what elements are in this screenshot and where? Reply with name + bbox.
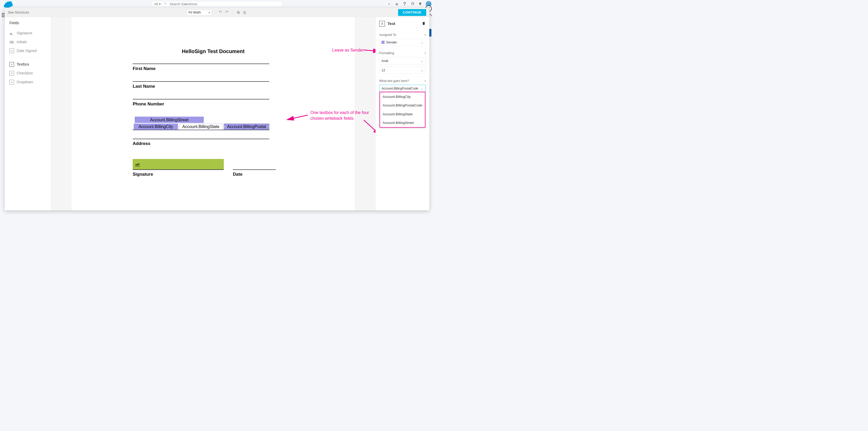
document-title: HelloSign Test Document (133, 49, 294, 54)
arrow-icon (286, 114, 309, 122)
field-checkbox[interactable]: Checkbox (7, 69, 49, 78)
header-utility-icons: ★ ＋ ? (386, 1, 431, 7)
textbox-field-city[interactable]: Account.BillingCity (134, 124, 178, 130)
label-phone: Phone Number (133, 101, 294, 106)
font-size-select[interactable]: 12 ⌄ (379, 66, 426, 74)
svg-point-0 (164, 3, 166, 4)
editor-modal: ✕ See Shortcuts Fit Width C (5, 8, 429, 210)
dropdown-option[interactable]: Account.BillingCity (380, 92, 425, 101)
field-textbox[interactable]: I Textbox (7, 60, 49, 69)
label-first-name: First Name (133, 66, 294, 71)
chevron-down-icon: ⌄ (421, 86, 423, 91)
what-text-value: Account.BillingPostalCode (382, 87, 418, 90)
chevron-down-icon: ⌄ (421, 59, 424, 63)
redo-icon[interactable] (224, 10, 229, 15)
signature-icon (9, 31, 14, 35)
svg-line-11 (364, 50, 375, 51)
field-initials[interactable]: HS Initials (7, 37, 49, 46)
font-size-value: 12 (381, 68, 385, 72)
what-text-select[interactable]: Account.BillingPostalCode ⌄ Account.Bill… (379, 85, 426, 92)
signature-script-icon (135, 162, 142, 167)
field-label: Initials (17, 40, 27, 44)
search-icon (163, 2, 168, 6)
undo-icon[interactable] (218, 10, 223, 15)
what-text-dropdown-list: Account.BillingCity Account.BillingPosta… (380, 92, 426, 128)
field-label: Checkbox (17, 71, 33, 75)
document-canvas[interactable]: HelloSign Test Document First Name Last … (51, 17, 375, 210)
notifications-bell-icon[interactable] (418, 2, 423, 6)
textbox-icon: I (9, 62, 14, 67)
font-value: Arial (381, 59, 388, 63)
properties-panel: I Text Assigned To ▾ Sender ⌄ (375, 17, 429, 210)
chevron-down-icon: ▾ (159, 2, 161, 6)
zoom-select[interactable]: Fit Width (187, 10, 212, 16)
fields-sidebar: Fields Signature HS Initials 24 Date Sig… (5, 17, 51, 210)
paste-icon[interactable] (242, 10, 247, 15)
annotation-writeback: One textbox for each of the four chosen … (310, 110, 370, 121)
editor-toolbar: See Shortcuts Fit Width CONTINUE (5, 8, 429, 17)
copy-icon[interactable] (236, 10, 241, 15)
assigned-to-label: Assigned To (379, 33, 396, 37)
initials-icon: HS (9, 39, 14, 44)
edit-pencil-icon[interactable]: ✎ (429, 13, 432, 18)
textbox-field-street[interactable]: Account.BillingStreet (135, 117, 204, 123)
label-last-name: Last Name (133, 84, 294, 89)
dropdown-option[interactable]: Account.BillingPostalCode (380, 101, 425, 110)
salesforce-header: All ▾ ★ ＋ ? (0, 0, 434, 8)
field-dropdown[interactable]: ▾ Dropdown (7, 78, 49, 87)
arrow-icon (364, 119, 375, 137)
delete-icon[interactable] (422, 21, 426, 26)
svg-line-15 (364, 120, 375, 134)
textbox-field-state[interactable]: Account.BillingState (179, 124, 222, 130)
svg-rect-2 (238, 12, 240, 13)
role-color-swatch (381, 41, 384, 44)
what-text-label: What text goes here? (379, 79, 409, 83)
panel-title: Text (388, 22, 396, 26)
label-address: Address (133, 141, 294, 146)
search-scope-label: All (154, 2, 158, 6)
assigned-to-select[interactable]: Sender ⌄ (379, 39, 426, 46)
label-date: Date (233, 172, 276, 177)
dropdown-option[interactable]: Account.BillingState (380, 110, 425, 119)
dropdown-option[interactable]: Account.BillingStreet (380, 118, 425, 127)
assigned-to-value: Sender (386, 40, 397, 44)
help-icon[interactable]: ? (402, 2, 407, 6)
field-label: Textbox (17, 62, 29, 67)
svg-rect-3 (237, 11, 239, 13)
svg-line-1 (166, 4, 166, 5)
global-search[interactable]: All ▾ (152, 1, 282, 6)
favorites-icon[interactable]: ★ (386, 2, 391, 6)
field-signature[interactable]: Signature (7, 29, 49, 37)
checkbox-icon (9, 71, 14, 76)
field-label: Date Signed (17, 49, 37, 53)
chevron-down-icon[interactable]: ▾ (425, 34, 426, 36)
formatting-label: Formatting (379, 51, 394, 55)
sidebar-divider (9, 57, 46, 58)
setup-gear-icon[interactable] (410, 2, 415, 6)
dropdown-icon: ▾ (9, 80, 14, 85)
chevron-down-icon[interactable]: ▾ (425, 52, 426, 54)
chevron-down-icon[interactable]: ▾ (425, 80, 426, 82)
search-input[interactable] (168, 2, 282, 6)
arrow-icon (364, 48, 375, 54)
calendar-icon: 24 (9, 49, 14, 53)
signature-field[interactable] (133, 159, 224, 170)
salesforce-logo-icon (3, 0, 13, 7)
chevron-down-icon: ⌄ (421, 40, 424, 44)
add-icon[interactable]: ＋ (395, 2, 399, 6)
field-date-signed[interactable]: 24 Date Signed (7, 46, 49, 55)
svg-line-13 (288, 115, 308, 120)
font-select[interactable]: Arial ⌄ (379, 57, 426, 64)
textbox-field-postal[interactable]: Account.BillingPostal (224, 124, 269, 130)
annotation-leave-as-sender: Leave as Sender (332, 47, 364, 53)
see-shortcuts-link[interactable]: See Shortcuts (8, 10, 29, 14)
label-signature: Signature (133, 172, 224, 177)
field-label: Dropdown (17, 80, 33, 84)
sidebar-title: Fields (7, 21, 49, 25)
text-icon: I (379, 21, 385, 27)
continue-button[interactable]: CONTINUE (398, 9, 426, 16)
search-scope-dropdown[interactable]: All ▾ (152, 2, 163, 6)
field-label: Signature (17, 31, 32, 35)
chevron-down-icon: ⌄ (421, 68, 424, 72)
